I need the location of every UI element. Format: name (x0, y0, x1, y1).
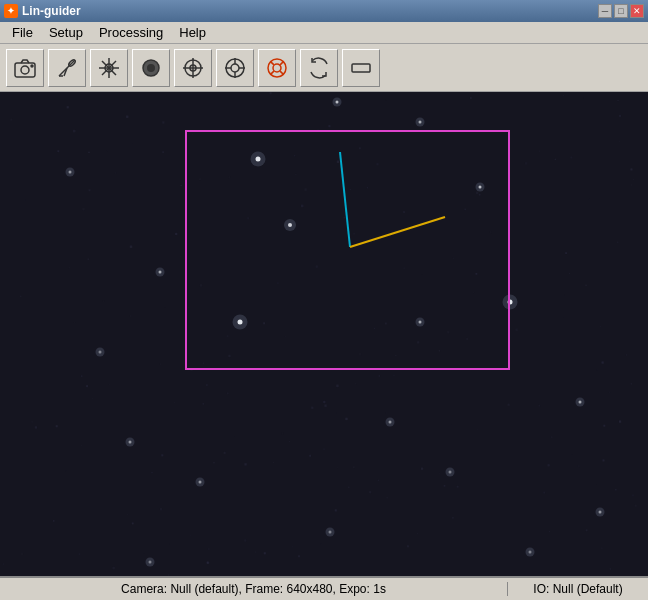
svg-rect-133 (569, 273, 570, 274)
toolbar-btn-frame[interactable] (342, 49, 380, 87)
svg-rect-45 (304, 188, 306, 190)
toolbar-btn-lifesaver[interactable] (258, 49, 296, 87)
svg-rect-53 (565, 252, 567, 254)
svg-rect-155 (385, 412, 387, 414)
svg-rect-121 (130, 315, 132, 317)
svg-line-26 (271, 61, 274, 64)
svg-rect-30 (352, 64, 370, 72)
svg-point-261 (66, 168, 75, 177)
close-button[interactable]: ✕ (630, 4, 644, 18)
svg-rect-220 (192, 134, 193, 135)
svg-rect-40 (190, 535, 191, 536)
svg-rect-217 (417, 533, 418, 534)
menu-setup[interactable]: Setup (41, 23, 91, 42)
svg-rect-211 (32, 421, 33, 422)
svg-rect-107 (174, 402, 175, 403)
svg-rect-174 (24, 200, 25, 201)
svg-rect-145 (586, 529, 588, 531)
svg-rect-99 (476, 192, 478, 194)
svg-rect-171 (301, 362, 302, 363)
svg-rect-192 (369, 491, 371, 493)
svg-point-255 (386, 418, 395, 427)
svg-rect-225 (551, 436, 553, 438)
svg-rect-81 (466, 338, 468, 340)
svg-point-2 (31, 65, 33, 67)
svg-rect-75 (337, 467, 338, 468)
svg-rect-178 (92, 398, 93, 399)
svg-rect-205 (578, 465, 580, 467)
svg-point-241 (476, 183, 485, 192)
svg-rect-74 (610, 568, 611, 569)
svg-rect-57 (479, 194, 481, 196)
svg-rect-34 (626, 354, 627, 355)
svg-rect-49 (143, 553, 144, 554)
minimize-button[interactable]: ─ (598, 4, 612, 18)
svg-point-265 (446, 468, 455, 477)
svg-rect-46 (277, 282, 279, 284)
menu-file[interactable]: File (4, 23, 41, 42)
svg-rect-112 (180, 256, 181, 257)
svg-rect-221 (244, 463, 246, 465)
svg-rect-103 (440, 470, 441, 471)
svg-rect-87 (311, 407, 313, 409)
svg-rect-109 (160, 508, 162, 510)
maximize-button[interactable]: □ (614, 4, 628, 18)
svg-rect-187 (403, 267, 405, 269)
svg-rect-163 (602, 361, 604, 363)
menubar: FileSetupProcessingHelp (0, 22, 648, 44)
svg-rect-42 (53, 520, 55, 522)
svg-rect-218 (564, 295, 565, 296)
toolbar-btn-guiding[interactable] (90, 49, 128, 87)
svg-rect-156 (295, 174, 296, 175)
svg-rect-182 (281, 432, 283, 434)
svg-rect-59 (213, 462, 214, 463)
svg-rect-33 (309, 455, 311, 457)
svg-rect-119 (633, 179, 634, 180)
svg-rect-98 (600, 322, 601, 323)
menu-processing[interactable]: Processing (91, 23, 171, 42)
toolbar (0, 44, 648, 92)
toolbar-btn-telescope[interactable] (48, 49, 86, 87)
svg-rect-108 (73, 130, 75, 132)
svg-rect-134 (345, 418, 347, 420)
svg-point-267 (326, 528, 335, 537)
svg-point-25 (273, 64, 281, 72)
svg-rect-208 (609, 392, 611, 394)
svg-rect-207 (416, 326, 417, 327)
svg-rect-186 (355, 383, 356, 384)
svg-rect-71 (543, 492, 545, 494)
svg-rect-78 (67, 106, 69, 108)
svg-rect-143 (160, 364, 161, 365)
toolbar-btn-crosshair[interactable] (174, 49, 212, 87)
svg-rect-36 (393, 375, 394, 376)
svg-rect-110 (128, 514, 129, 515)
svg-rect-79 (263, 322, 265, 324)
menu-help[interactable]: Help (171, 23, 214, 42)
svg-rect-161 (79, 553, 81, 555)
svg-rect-113 (208, 548, 210, 550)
toolbar-btn-reticle[interactable] (216, 49, 254, 87)
svg-rect-152 (378, 480, 379, 481)
svg-rect-203 (337, 161, 339, 163)
svg-rect-201 (623, 490, 625, 492)
toolbar-btn-camera[interactable] (6, 49, 44, 87)
svg-rect-61 (247, 217, 249, 219)
svg-rect-166 (447, 331, 449, 333)
svg-rect-93 (65, 470, 66, 471)
statusbar: Camera: Null (default), Frame: 640x480, … (0, 576, 648, 600)
toolbar-btn-record[interactable] (132, 49, 170, 87)
svg-rect-67 (12, 445, 13, 446)
svg-rect-149 (321, 544, 322, 545)
svg-rect-159 (439, 350, 440, 351)
svg-rect-189 (453, 258, 454, 259)
svg-rect-101 (417, 341, 419, 343)
svg-rect-122 (479, 219, 480, 220)
svg-rect-132 (635, 505, 637, 507)
svg-rect-222 (227, 335, 229, 337)
svg-rect-131 (57, 150, 59, 152)
svg-rect-90 (379, 375, 380, 376)
svg-point-247 (233, 315, 248, 330)
svg-rect-106 (549, 531, 550, 532)
toolbar-btn-rotate[interactable] (300, 49, 338, 87)
svg-rect-115 (175, 233, 177, 235)
